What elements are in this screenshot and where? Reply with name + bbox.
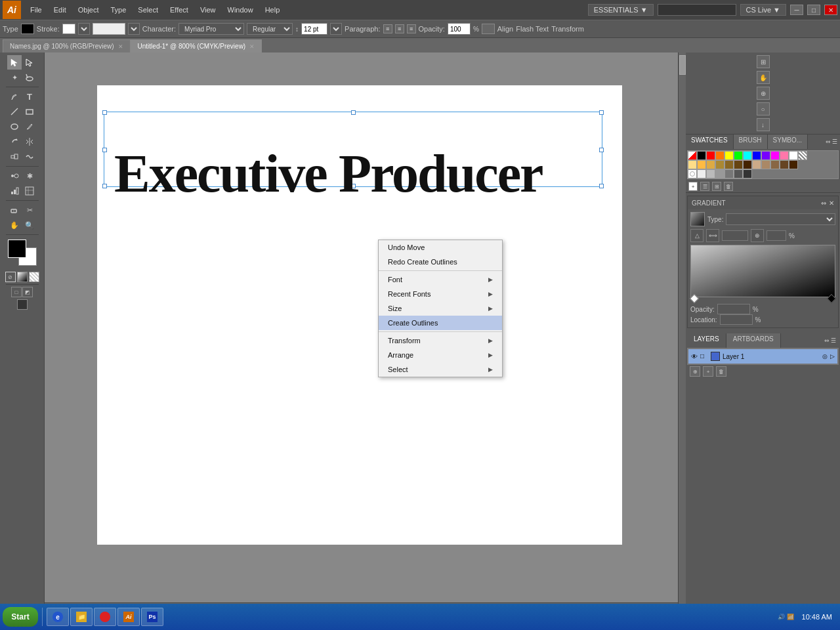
handle-tl[interactable] (102, 110, 107, 115)
hand-panel-icon[interactable]: ✋ (757, 71, 770, 84)
stroke-color-swatch[interactable] (62, 24, 75, 34)
swatch-tan[interactable] (752, 160, 761, 169)
gradient-type-select[interactable] (726, 213, 835, 225)
swatch-white[interactable] (789, 151, 798, 160)
zoom-tool[interactable]: 🔍 (22, 218, 37, 232)
gradient-aspect-icon[interactable]: ⊕ (751, 229, 764, 242)
swatch-magenta[interactable] (770, 151, 780, 160)
swatch-libraries-icon[interactable]: ☰ (700, 182, 709, 191)
font-size-input[interactable] (301, 23, 327, 35)
ctx-transform[interactable]: Transform ▶ (379, 333, 502, 348)
new-layer-button[interactable]: + (703, 366, 713, 377)
gradient-panel-expand[interactable]: ⇔ (821, 200, 826, 207)
flash-text-button[interactable]: Flash Text (516, 25, 549, 33)
gradient-location-input[interactable] (720, 314, 753, 325)
handle-ml[interactable] (102, 148, 107, 152)
handle-br[interactable] (599, 184, 604, 188)
close-button[interactable]: ✕ (824, 5, 837, 15)
font-family-dropdown[interactable]: Myriad Pro (178, 23, 244, 35)
stroke-style-input[interactable] (93, 23, 125, 35)
font-size-dropdown[interactable] (330, 23, 342, 35)
gradient-bar[interactable] (690, 245, 835, 297)
symbol-sprayer-tool[interactable]: ✱ (22, 169, 37, 183)
rotate-tool[interactable] (7, 135, 22, 149)
pencil-tool[interactable] (22, 119, 37, 134)
essentials-button[interactable]: ESSENTIALS ▼ (588, 4, 654, 16)
swatch-dark-gold[interactable] (715, 160, 724, 169)
scale-tool[interactable] (7, 150, 22, 164)
maximize-button[interactable]: □ (807, 5, 820, 15)
swatch-green[interactable] (734, 151, 743, 160)
swatch-brown[interactable] (724, 160, 734, 169)
swatch-dark-grey[interactable] (724, 169, 734, 178)
layer-target-icon[interactable]: ◎ (822, 353, 828, 360)
gradient-angle-input[interactable] (722, 230, 748, 241)
hand-tool[interactable]: ✋ (7, 218, 22, 232)
text-frame[interactable]: Executive Producer (104, 112, 602, 187)
menu-select[interactable]: Select (133, 3, 163, 16)
swatch-very-dark-brown[interactable] (743, 160, 752, 169)
blend-tool[interactable] (7, 169, 22, 183)
opacity-input[interactable] (448, 23, 471, 35)
reflect-tool[interactable] (22, 135, 37, 149)
ctx-font[interactable]: Font ▶ (379, 272, 502, 287)
none-fill-icon[interactable]: ⊘ (5, 272, 16, 282)
zoom-panel-icon[interactable]: ⊕ (757, 87, 770, 100)
font-style-dropdown[interactable]: Regular (247, 23, 293, 35)
gradient-stop-left[interactable] (690, 294, 699, 303)
column-graph-tool[interactable] (7, 184, 22, 198)
swatch-red[interactable] (706, 151, 715, 160)
swatch-dark-brown[interactable] (734, 160, 743, 169)
stroke-weight-dropdown[interactable] (78, 23, 90, 35)
layer-row-1[interactable]: 👁 □ Layer 1 ◎ ▷ (688, 349, 837, 364)
panel-expand-icon[interactable]: ⇔ (826, 138, 831, 145)
select-tool[interactable] (7, 55, 22, 70)
swatch-orange[interactable] (715, 151, 724, 160)
swatch-very-dark-sienna[interactable] (789, 160, 798, 169)
ctx-create-outlines[interactable]: Create Outlines (379, 316, 502, 330)
start-button[interactable]: Start (3, 607, 38, 627)
new-swatch-button[interactable]: + (688, 182, 698, 191)
layers-expand-icon[interactable]: ⇔ (824, 337, 830, 344)
taskbar-ai[interactable]: Ai (117, 608, 140, 626)
taskbar-ps[interactable]: Ps (141, 608, 163, 626)
tab-untitled[interactable]: Untitled-1* @ 800% (CMYK/Preview) ✕ (131, 39, 262, 52)
ctx-redo-create-outlines[interactable]: Redo Create Outlines (379, 255, 502, 269)
symbol-tab[interactable]: SYMBO... (768, 135, 808, 149)
rect-tool[interactable] (22, 104, 37, 119)
handle-tm[interactable] (351, 110, 356, 115)
tab-names-jpg[interactable]: Names.jpg @ 100% (RGB/Preview) ✕ (3, 39, 131, 52)
swatch-blue[interactable] (752, 151, 761, 160)
draw-mode-normal[interactable]: □ (11, 287, 22, 297)
layer-lock-icon[interactable]: □ (700, 352, 708, 360)
layer-visibility-icon[interactable]: 👁 (691, 353, 698, 360)
swatch-pink[interactable] (780, 151, 789, 160)
gradient-angle-icon[interactable]: △ (690, 229, 704, 242)
menu-object[interactable]: Object (73, 3, 104, 16)
panel-menu-icon[interactable]: ☰ (832, 138, 837, 145)
pattern-fill-icon[interactable] (29, 272, 39, 282)
handle-tr[interactable] (599, 110, 604, 115)
menu-file[interactable]: File (25, 3, 47, 16)
layers-menu-icon[interactable]: ☰ (831, 337, 836, 344)
swatch-gold[interactable] (706, 160, 715, 169)
swatch-amber[interactable] (697, 160, 706, 169)
swatch-empty-circle[interactable] (688, 169, 697, 178)
swatch-none[interactable] (798, 151, 807, 160)
layers-tab-layers[interactable]: LAYERS (687, 333, 726, 348)
gradient-aspect-input[interactable] (766, 230, 786, 241)
swatch-sienna[interactable] (780, 160, 789, 169)
align-right-icon[interactable]: ≡ (407, 24, 416, 33)
brush-tab[interactable]: BRUSH (734, 135, 768, 149)
ctx-undo-move[interactable]: Undo Move (379, 240, 502, 255)
taskbar-chrome[interactable] (94, 608, 116, 626)
tab-close-names[interactable]: ✕ (118, 43, 123, 50)
swatch-black[interactable] (697, 151, 706, 160)
swatch-light-grey[interactable] (697, 169, 706, 178)
opacity-controls[interactable] (482, 24, 495, 34)
menu-type[interactable]: Type (106, 3, 132, 16)
swatch-med-grey[interactable] (706, 169, 715, 178)
align-button[interactable]: Align (497, 25, 513, 33)
foreground-color[interactable] (8, 240, 26, 258)
cs-live-button[interactable]: CS Live ▼ (740, 4, 786, 16)
